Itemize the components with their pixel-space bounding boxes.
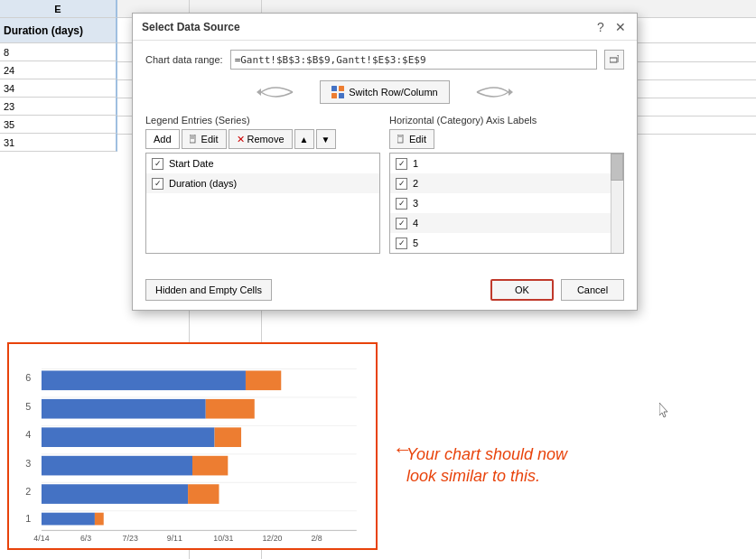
svg-rect-10 [397, 135, 403, 143]
svg-marker-6 [509, 89, 513, 96]
legend-panel-list: Start Date Duration (days) [145, 153, 380, 254]
axis-panel-label: Horizontal (Category) Axis Labels [389, 115, 624, 126]
scrollbar-thumb[interactable] [611, 154, 623, 181]
gantt-chart-svg: 6 5 4 3 2 1 [9, 344, 376, 548]
svg-text:4: 4 [25, 429, 31, 440]
chart-container: 6 5 4 3 2 1 [7, 342, 378, 550]
data-cell-1: 8 [0, 43, 117, 61]
svg-rect-37 [95, 513, 104, 526]
svg-rect-36 [42, 513, 95, 526]
list-item[interactable]: 3 [390, 193, 623, 213]
dialog-body: Chart data range: [133, 41, 637, 274]
right-arrows [468, 81, 513, 103]
list-item[interactable]: Duration (days) [146, 173, 379, 193]
svg-rect-27 [246, 370, 281, 390]
dialog-footer: Hidden and Empty Cells OK Cancel [133, 274, 637, 310]
data-cell-5: 35 [0, 116, 117, 134]
svg-text:2: 2 [25, 486, 31, 497]
switch-row: Switch Row/Column [145, 80, 624, 104]
svg-rect-5 [339, 93, 344, 98]
svg-rect-0 [610, 58, 617, 62]
legend-down-btn[interactable]: ▼ [316, 129, 336, 149]
checkbox-3[interactable] [396, 198, 407, 210]
edit-pencil-icon [190, 135, 199, 144]
legend-remove-btn[interactable]: ✕ Remove [229, 129, 293, 149]
svg-rect-33 [192, 456, 228, 476]
annotation-text: Your chart should now look similar to th… [406, 444, 567, 487]
svg-text:6: 6 [25, 372, 31, 383]
svg-rect-29 [206, 399, 255, 419]
footer-buttons: OK Cancel [490, 279, 624, 301]
svg-rect-30 [42, 427, 215, 447]
checkbox-5[interactable] [396, 238, 407, 249]
checkbox-4[interactable] [396, 218, 407, 229]
checkbox-2[interactable] [396, 178, 407, 190]
svg-rect-31 [215, 427, 241, 447]
legend-panel: Legend Entries (Series) Add Edit [145, 115, 380, 254]
data-range-input[interactable] [230, 50, 597, 70]
data-range-collapse-btn[interactable] [604, 50, 624, 70]
legend-edit-btn[interactable]: Edit [182, 129, 227, 149]
cancel-btn[interactable]: Cancel [561, 279, 624, 301]
legend-panel-label: Legend Entries (Series) [145, 115, 380, 126]
axis-edit-btn[interactable]: Edit [389, 129, 434, 149]
legend-up-btn[interactable]: ▲ [294, 129, 314, 149]
legend-panel-buttons: Add Edit ✕ Remove ▲ [145, 129, 380, 149]
data-cell-2: 24 [0, 61, 117, 79]
svg-text:1: 1 [25, 513, 31, 524]
data-range-label: Chart data range: [145, 54, 223, 65]
svg-rect-34 [42, 484, 188, 504]
svg-text:7/23: 7/23 [123, 534, 138, 543]
scrollbar-track[interactable] [611, 154, 623, 253]
dialog-title: Select Data Source [142, 21, 240, 33]
svg-rect-3 [339, 86, 344, 91]
axis-panel-list: 1 2 3 4 5 [389, 153, 624, 254]
list-item[interactable]: Start Date [146, 154, 379, 173]
data-cell-4: 23 [0, 98, 117, 116]
svg-text:6/3: 6/3 [80, 534, 91, 543]
list-item[interactable]: 1 [390, 154, 623, 173]
svg-rect-2 [331, 86, 337, 91]
list-item[interactable]: 5 [390, 233, 623, 253]
left-arrows [257, 81, 302, 103]
data-rows: 8 24 34 23 35 31 [0, 43, 117, 152]
svg-marker-1 [257, 89, 261, 96]
cursor [659, 403, 670, 419]
svg-text:2/8: 2/8 [311, 534, 322, 543]
svg-text:4/14: 4/14 [33, 534, 49, 543]
hidden-cells-btn[interactable]: Hidden and Empty Cells [145, 279, 272, 301]
svg-text:3: 3 [25, 458, 31, 469]
two-panels: Legend Entries (Series) Add Edit [145, 115, 624, 254]
checkbox-start-date[interactable] [152, 158, 163, 170]
ok-btn[interactable]: OK [490, 279, 554, 301]
dialog-titlebar: Select Data Source ? ✕ [133, 14, 637, 41]
data-cell-3: 34 [0, 79, 117, 98]
axis-edit-icon [397, 135, 406, 144]
dialog-controls: ? ✕ [593, 20, 628, 34]
data-cell-6: 31 [0, 134, 117, 152]
svg-rect-7 [190, 135, 195, 143]
axis-panel: Horizontal (Category) Axis Labels Edit 1 [389, 115, 624, 254]
help-icon[interactable]: ? [593, 20, 608, 34]
svg-rect-32 [42, 456, 192, 476]
switch-row-column-btn[interactable]: Switch Row/Column [320, 80, 449, 104]
col-e-header: E [0, 0, 117, 18]
list-item[interactable]: 2 [390, 173, 623, 193]
svg-text:12/20: 12/20 [262, 534, 282, 543]
legend-add-btn[interactable]: Add [145, 129, 180, 149]
svg-text:5: 5 [25, 401, 31, 412]
close-icon[interactable]: ✕ [613, 20, 628, 34]
checkbox-1[interactable] [396, 158, 407, 170]
svg-text:10/31: 10/31 [213, 534, 233, 543]
svg-rect-26 [42, 370, 246, 390]
switch-icon [331, 86, 344, 98]
duration-header: Duration (days) [0, 18, 117, 43]
data-range-row: Chart data range: [145, 50, 624, 70]
svg-rect-35 [188, 484, 219, 504]
svg-text:9/11: 9/11 [167, 534, 182, 543]
checkbox-duration[interactable] [152, 178, 163, 190]
svg-rect-4 [331, 93, 337, 98]
axis-panel-buttons: Edit [389, 129, 624, 149]
list-item[interactable]: 4 [390, 213, 623, 233]
select-data-source-dialog: Select Data Source ? ✕ Chart data range: [132, 13, 638, 311]
